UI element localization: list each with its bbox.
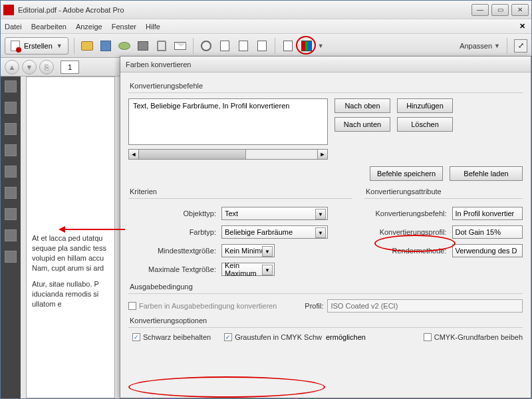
open-icon[interactable] <box>80 39 94 53</box>
layers-panel-icon[interactable] <box>5 166 17 178</box>
cmd-attr-combo[interactable]: In Profil konvertier <box>452 207 523 220</box>
window-title: Editorial.pdf - Adobe Acrobat Pro <box>18 6 471 14</box>
create-button[interactable]: Erstellen ▼ <box>5 37 68 55</box>
app-icon <box>3 5 14 15</box>
tool-panel-icon[interactable] <box>5 187 17 199</box>
load-commands-button[interactable]: Befehle laden <box>450 166 523 181</box>
page-input-icon[interactable]: ⎘ <box>39 60 54 74</box>
commands-hscrollbar[interactable]: ◄ ► <box>128 149 328 160</box>
farbtyp-combo[interactable]: Beliebige Farbräume▼ <box>221 225 328 239</box>
render-label: Rendermethode: <box>364 247 447 255</box>
dialog-title: Farben konvertieren <box>120 57 531 72</box>
doc-close-icon[interactable]: ✕ <box>517 21 527 32</box>
document-view[interactable]: At et lacca ped utatqu sequae pla sandic… <box>21 76 120 398</box>
doc-tool2-icon[interactable] <box>236 39 251 53</box>
titlebar: Editorial.pdf - Adobe Acrobat Pro — ▭ ✕ <box>1 1 531 19</box>
objekttyp-combo[interactable]: Text▼ <box>221 207 328 220</box>
annotation-circle <box>296 36 316 55</box>
clip-icon[interactable] <box>154 39 169 53</box>
tool-panel3-icon[interactable] <box>5 229 17 241</box>
scroll-right-icon[interactable]: ► <box>317 149 328 160</box>
doc-tool4-icon[interactable] <box>281 39 295 53</box>
menu-edit[interactable]: Bearbeiten <box>31 23 66 31</box>
add-button[interactable]: Hinzufügen <box>397 98 453 113</box>
tool-panel2-icon[interactable] <box>5 208 17 220</box>
page-up-icon[interactable]: ▲ <box>5 60 19 74</box>
grayscale-cmyk-checkbox[interactable]: ✓Graustufen in CMYK Schw <box>224 333 322 341</box>
create-icon <box>11 41 20 51</box>
output-label: Ausgabebedingung <box>130 283 523 291</box>
doc-paragraph: At et lacca ped utatqu sequae pla sandic… <box>32 233 109 273</box>
cmd-attr-label: Konvertierungsbefehl: <box>364 209 447 217</box>
save-commands-button[interactable]: Befehle speichern <box>370 166 443 181</box>
option-tail-text: ermöglichen <box>326 333 366 341</box>
tags-panel-icon[interactable] <box>5 251 17 263</box>
delete-button[interactable]: Löschen <box>397 117 453 132</box>
mintext-combo[interactable]: Kein Minimum▼ <box>221 244 275 257</box>
convert-colors-icon[interactable] <box>299 39 314 53</box>
attachments-panel-icon[interactable] <box>5 144 17 156</box>
output-profile-label: Profil: <box>305 302 323 310</box>
sidebar <box>1 76 21 398</box>
menu-help[interactable]: Hilfe <box>146 23 160 31</box>
cloud-icon[interactable] <box>117 39 132 53</box>
commands-list[interactable]: Text, Beliebige Farbräume, In Profil kon… <box>128 98 328 145</box>
convert-colors-dialog: Farben konvertieren Konvertierungsbefehl… <box>120 56 531 398</box>
close-button[interactable]: ✕ <box>511 4 529 16</box>
output-profile-field: ISO Coated v2 (ECI) <box>327 299 523 313</box>
page-down-icon[interactable]: ▼ <box>22 60 37 74</box>
mintext-label: Mindesttextgröße: <box>128 247 216 255</box>
minimize-button[interactable]: — <box>471 4 489 16</box>
commands-group-label: Konvertierungsbefehle <box>130 82 523 90</box>
menubar: Datei Bearbeiten Anzeige Fenster Hilfe ✕ <box>1 19 531 34</box>
scroll-left-icon[interactable]: ◄ <box>128 149 139 160</box>
profile-label: Konvertierungsprofil: <box>364 228 447 236</box>
move-up-button[interactable]: Nach oben <box>334 98 390 113</box>
gear-icon[interactable] <box>199 39 213 53</box>
doc-paragraph: Atur, sitae nullabo. P iducianda remodis… <box>32 279 109 309</box>
signatures-panel-icon[interactable] <box>5 123 17 135</box>
bookmarks-panel-icon[interactable] <box>5 102 17 114</box>
print-icon[interactable] <box>136 39 150 53</box>
objekttyp-label: Objekttyp: <box>128 209 216 217</box>
farbtyp-label: Farbtyp: <box>128 228 216 236</box>
chevron-down-icon[interactable]: ▼ <box>318 43 324 49</box>
page-number-input[interactable] <box>61 61 79 74</box>
main-toolbar: Erstellen ▼ ▼ Anpassen▼ ⤢ <box>1 34 531 58</box>
pages-panel-icon[interactable] <box>5 80 17 92</box>
cmyk-primaries-checkbox[interactable]: CMYK-Grundfarben beibeh <box>424 333 523 341</box>
command-item[interactable]: Text, Beliebige Farbräume, In Profil kon… <box>133 102 289 110</box>
create-label: Erstellen <box>24 42 53 50</box>
expand-icon[interactable]: ⤢ <box>514 39 527 53</box>
save-icon[interactable] <box>98 39 113 53</box>
maximize-button[interactable]: ▭ <box>491 4 509 16</box>
menu-view[interactable]: Anzeige <box>76 23 102 31</box>
criteria-label: Kriterien <box>130 188 352 196</box>
maxtext-combo[interactable]: Kein Maximum▼ <box>221 263 275 276</box>
options-label: Konvertierungsoptionen <box>130 317 523 325</box>
profile-combo[interactable]: Dot Gain 15% <box>452 225 523 239</box>
move-down-button[interactable]: Nach unten <box>334 117 390 132</box>
customize-button[interactable]: Anpassen▼ <box>460 42 500 50</box>
mail-icon[interactable] <box>173 39 188 53</box>
render-combo[interactable]: Verwendung des D <box>452 244 523 257</box>
output-convert-checkbox[interactable]: Farben in Ausgabebedingung konvertieren <box>128 302 277 310</box>
menu-window[interactable]: Fenster <box>112 23 136 31</box>
doc-tool3-icon[interactable] <box>255 39 269 53</box>
attributes-label: Konvertierungsattribute <box>366 188 523 196</box>
preserve-black-checkbox[interactable]: ✓Schwarz beibehalten <box>132 333 211 341</box>
maxtext-label: Maximale Textgröße: <box>128 265 216 273</box>
doc-tool-icon[interactable] <box>217 39 232 53</box>
menu-file[interactable]: Datei <box>5 23 22 31</box>
chevron-down-icon: ▼ <box>57 43 63 49</box>
